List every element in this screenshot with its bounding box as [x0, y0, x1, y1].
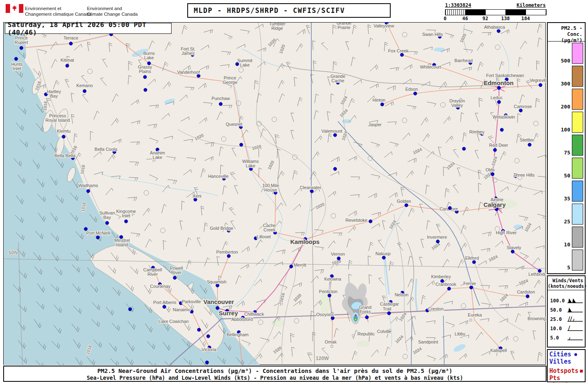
city-marker: HartleyBay: [44, 89, 61, 98]
isobar-label: 1020: [272, 345, 283, 354]
graticule-label: 50N: [8, 250, 18, 256]
city-marker: CacheCreek: [263, 223, 277, 234]
city-label: Three Hills: [513, 173, 535, 177]
wind-barb-icon: [566, 306, 584, 314]
wind-legend-title: Winds/Vents(knots/noeuds): [548, 276, 585, 290]
pm25-color-swatch: [572, 158, 583, 179]
city-marker: Jasper: [368, 122, 381, 127]
pm25-legend-row: 5: [548, 248, 585, 271]
caption-line2: Sea-Level Pressure (hPa) and Low-Level W…: [4, 375, 546, 381]
city-marker: [128, 308, 132, 311]
city-marker: Castlegar: [380, 300, 399, 306]
city-label: Pemberton: [216, 250, 238, 254]
city-dot-icon: [574, 353, 577, 356]
city-marker: Hanceville: [208, 174, 229, 180]
wind-legend-row: 10.0: [548, 324, 585, 333]
pm25-plume-grand-forks: [342, 283, 368, 325]
meridian-120w: [312, 198, 315, 365]
scale-unit: Kilometers: [517, 2, 546, 8]
bc-ab-border-divide: [338, 121, 480, 306]
pm25-legend: PM2.5 - Conc.(µg/m³) 5003002001007550352…: [547, 22, 586, 274]
city-label: Abbotsford: [231, 317, 253, 322]
city-label: Libby: [455, 331, 466, 336]
city-label: Plains: [139, 69, 151, 74]
city-marker: Valemount: [321, 129, 342, 137]
city-label: House: [264, 187, 277, 192]
isobar-label: 1020: [278, 44, 286, 54]
city-label: Jasper: [368, 122, 381, 127]
cities-legend-fr: Villes: [549, 358, 583, 366]
city-marker: Lake Cowichan: [158, 319, 188, 324]
regional-boundaries: [258, 65, 500, 335]
city-marker: Kalispell: [491, 347, 507, 353]
isobar-label: 1020: [459, 33, 467, 43]
city-marker: Clearwater: [300, 185, 321, 193]
map-title: MLDP - HRDPS/SHRPD - CWFIS/SCIFV: [187, 3, 391, 18]
wind-speed-value: 100.0: [550, 298, 566, 304]
pm25-color-swatch: [572, 66, 583, 87]
city-marker: Kitimat: [60, 58, 74, 67]
wind-legend-row: 25.0: [548, 314, 585, 324]
city-marker: Kelowna: [324, 275, 342, 281]
city-label: Cranbrook: [435, 282, 456, 287]
city-label: Vancouver: [203, 298, 234, 305]
city-label: Vanderhoof: [177, 70, 200, 75]
city-label: River: [147, 272, 158, 277]
pm25-legend-row: 75: [548, 133, 585, 156]
city-marker: PrinceGeorge: [223, 75, 238, 85]
city-label: Bay: [50, 94, 58, 98]
city-label: Island: [116, 242, 128, 247]
city-marker: [333, 167, 337, 171]
city-marker: 100 MileHouse: [262, 183, 279, 194]
city-marker: Colville: [377, 329, 391, 334]
wind-legend: Winds/Vents(knots/noeuds) 100.050.025.01…: [547, 275, 586, 348]
scale-tick: 138: [501, 16, 510, 21]
city-marker: [197, 328, 201, 331]
city-label: Golden: [397, 199, 411, 204]
isobar-label: 1024: [398, 312, 407, 322]
hotspots-legend-en: Hotspots: [549, 368, 583, 375]
city-label: Browning: [528, 316, 546, 321]
city-label: Leduc: [491, 95, 503, 100]
isobar-label: 1024: [488, 254, 498, 262]
city-marker: Quesnel: [226, 122, 243, 129]
city-marker: Xeni: [193, 194, 201, 201]
city-marker: Browning: [528, 316, 546, 321]
city-label: Bella Bella: [54, 153, 76, 158]
city-label: Klemtu: [57, 129, 70, 133]
city-label: Nelson: [395, 292, 408, 297]
city-marker: Vernon: [331, 252, 345, 260]
city-label: Cache: [331, 78, 344, 83]
scale-bar: 1:3303824 Kilometers 04692138184: [445, 2, 548, 22]
pm25-level-value: 200: [561, 104, 570, 110]
city-label: Clearwater: [300, 185, 321, 190]
pm25-color-swatch: [572, 135, 583, 156]
city-label: Vernon: [331, 252, 345, 256]
caption-line1: PM2.5 Near-Ground Air Concentrations (µg…: [4, 368, 546, 374]
wind-legend-row: 100.0: [548, 296, 585, 305]
canada-flag-icon: [6, 4, 23, 13]
map-caption: PM2.5 Near-Ground Air Concentrations (µg…: [3, 366, 547, 382]
pm25-legend-title: PM2.5 - Conc.(µg/m³): [548, 23, 585, 42]
city-marker: BurnsLake: [143, 51, 155, 65]
city-marker: Punchaw: [211, 96, 230, 106]
city-label: River: [171, 270, 182, 275]
city-label: Wadhams: [78, 183, 98, 188]
isobar-label: 1024: [491, 156, 498, 166]
city-label: Quesnel: [226, 122, 242, 127]
city-marker: Cranbrook: [435, 282, 456, 290]
city-label: Chilliwack: [244, 312, 264, 316]
wind-speed-value: 5.0: [550, 335, 566, 341]
city-marker: DraytonValley: [449, 98, 465, 109]
city-marker: Red Deer: [489, 143, 508, 152]
city-marker: Nelson: [395, 291, 408, 297]
city-label: Inlet: [13, 66, 21, 71]
isobar-label: 1020: [251, 144, 262, 151]
city-label: Port Alberni: [153, 300, 176, 305]
city-marker: [144, 88, 147, 92]
city-label: Surrey: [219, 310, 238, 316]
city-label: Elkford: [465, 256, 479, 260]
hotspot-square-icon: [580, 370, 583, 373]
scale-tick: 184: [521, 16, 530, 21]
city-marker: Stettler: [520, 137, 534, 146]
